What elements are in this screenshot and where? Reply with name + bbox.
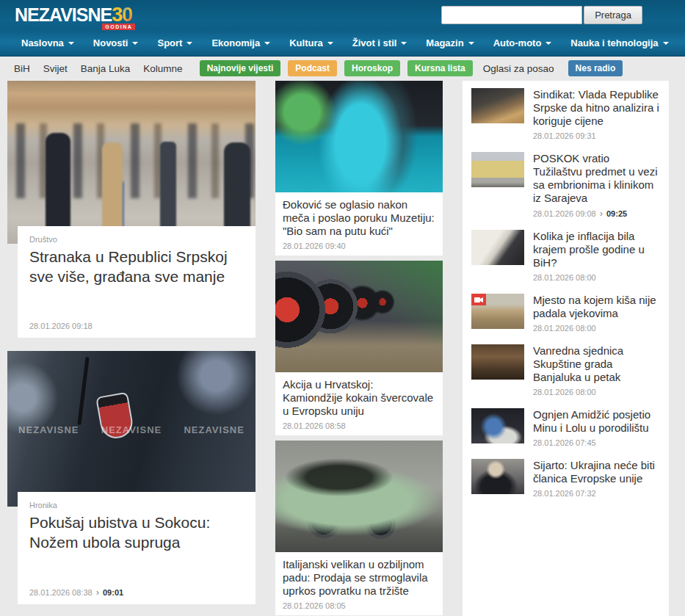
article-image-car[interactable] bbox=[275, 441, 443, 552]
header-top-bar: NEZAVISNE30 godina Pretraga bbox=[0, 0, 685, 29]
updated-chevron-icon bbox=[96, 587, 99, 597]
news-date: 28.01.2026 09:08 09:25 bbox=[533, 209, 660, 218]
nav-item-sport[interactable]: Sport bbox=[148, 29, 202, 56]
badge-najnovije-vijesti[interactable]: Najnovije vijesti bbox=[200, 60, 281, 76]
site-header: NEZAVISNE30 godina Pretraga Naslovna Nov… bbox=[0, 0, 685, 57]
news-updated-time: 09:25 bbox=[606, 209, 627, 218]
article-image-police[interactable]: NEZAVISNE NEZAVISNE NEZAVISNE bbox=[7, 351, 255, 507]
caret-down-icon bbox=[68, 42, 74, 45]
middle-article-3: Italijanski velikan u ozbiljnom padu: Pr… bbox=[275, 441, 443, 615]
article-title[interactable]: Stranaka u Republici Srpskoj sve više, g… bbox=[29, 247, 244, 286]
subnav-link-bih[interactable]: BiH bbox=[14, 63, 30, 74]
badge-kursna-lista[interactable]: Kursna lista bbox=[407, 60, 473, 76]
caret-down-icon bbox=[468, 42, 474, 45]
caret-down-icon bbox=[327, 42, 333, 45]
news-title[interactable]: Ognjen Amidžić posjetio Minu i Lolu u po… bbox=[533, 408, 660, 435]
logo-text: NEZAVISNE bbox=[15, 4, 112, 26]
news-list-item: Kolika je inflacija bila krajem prošle g… bbox=[471, 230, 660, 282]
news-date: 28.01.2026 07:32 bbox=[533, 489, 660, 498]
middle-article-2: Akcija u Hrvatskoj: Kamiondžije kokain š… bbox=[275, 261, 443, 435]
article-date: 28.01.2026 09:18 bbox=[29, 322, 244, 330]
article-title[interactable]: Akcija u Hrvatskoj: Kamiondžije kokain š… bbox=[283, 378, 435, 418]
main-navigation: Naslovna Novosti Sport Ekonomija Kultura… bbox=[0, 29, 685, 57]
article-text-box: Društvo Stranaka u Republici Srpskoj sve… bbox=[18, 226, 255, 338]
nav-item-pretraga[interactable]: Pretraga bbox=[678, 29, 685, 56]
news-thumbnail-politician[interactable] bbox=[471, 459, 524, 494]
subnav-link-kolumne[interactable]: Kolumne bbox=[143, 63, 182, 74]
article-date: 28.01.2026 08:05 bbox=[283, 601, 435, 610]
news-thumbnail-tv-studio[interactable] bbox=[471, 408, 524, 443]
news-list-item: Sindikat: Vlada Republike Srpske da hitn… bbox=[471, 88, 660, 140]
featured-article-1: Društvo Stranaka u Republici Srpskoj sve… bbox=[7, 81, 255, 338]
caret-down-icon bbox=[132, 42, 138, 45]
caret-down-icon bbox=[264, 42, 270, 45]
subnav-link-banja-luka[interactable]: Banja Luka bbox=[81, 63, 131, 74]
subnav-link-oglasi-za-posao[interactable]: Oglasi za posao bbox=[483, 63, 554, 74]
nav-item-novosti[interactable]: Novosti bbox=[84, 29, 148, 56]
news-list-item: POSKOK vratio Tužilaštvu predmet u vezi … bbox=[471, 152, 660, 218]
news-date: 28.01.2026 08:00 bbox=[533, 388, 660, 396]
news-title[interactable]: Mjesto na kojem kiša nije padala vjekovi… bbox=[533, 294, 660, 320]
article-title[interactable]: Italijanski velikan u ozbiljnom padu: Pr… bbox=[283, 558, 435, 598]
article-text-box: Đoković se oglasio nakon meča i poslao p… bbox=[275, 192, 443, 256]
article-text-box: Hronika Pokušaj ubistva u Sokocu: Nožem … bbox=[18, 492, 255, 604]
secondary-navigation: BiH Svijet Banja Luka Kolumne Najnovije … bbox=[0, 57, 685, 79]
news-title[interactable]: Sindikat: Vlada Republike Srpske da hitn… bbox=[533, 88, 660, 128]
news-list-item: Ognjen Amidžić posjetio Minu i Lolu u po… bbox=[471, 408, 660, 447]
news-title[interactable]: Vanredna sjednica Skupštine grada Banjal… bbox=[533, 344, 660, 384]
article-title[interactable]: Đoković se oglasio nakon meča i poslao p… bbox=[283, 198, 435, 238]
news-title[interactable]: POSKOK vratio Tužilaštvu predmet u vezi … bbox=[533, 152, 660, 205]
news-title[interactable]: Sijarto: Ukrajina neće biti članica Evro… bbox=[533, 459, 660, 485]
nav-item-ekonomija[interactable]: Ekonomija bbox=[202, 29, 280, 56]
article-category[interactable]: Hronika bbox=[29, 501, 244, 510]
nav-item-magazin[interactable]: Magazin bbox=[416, 29, 483, 56]
nav-item-auto-moto[interactable]: Auto-moto bbox=[484, 29, 562, 56]
article-date: 28.01.2026 08:38 09:01 bbox=[29, 587, 244, 597]
middle-article-1: Đoković se oglasio nakon meča i poslao p… bbox=[275, 81, 443, 256]
news-thumbnail-assembly-hall[interactable] bbox=[471, 344, 524, 380]
article-updated-time: 09:01 bbox=[103, 588, 123, 597]
article-category[interactable]: Društvo bbox=[29, 235, 244, 244]
subnav-link-svijet[interactable]: Svijet bbox=[43, 63, 68, 74]
search-button[interactable]: Pretraga bbox=[584, 6, 642, 24]
article-text-box: Akcija u Hrvatskoj: Kamiondžije kokain š… bbox=[275, 372, 443, 435]
news-thumbnail-bread[interactable] bbox=[471, 88, 524, 123]
news-list-item: Sijarto: Ukrajina neće biti članica Evro… bbox=[471, 459, 660, 498]
article-image-trucks[interactable] bbox=[275, 261, 443, 372]
nav-item-kultura[interactable]: Kultura bbox=[280, 29, 343, 56]
video-camera-icon bbox=[471, 294, 486, 305]
featured-article-2: NEZAVISNE NEZAVISNE NEZAVISNE Hronika Po… bbox=[7, 351, 255, 604]
logo-anniversary-label: godina bbox=[102, 23, 135, 30]
news-date: 28.01.2026 08:00 bbox=[533, 273, 660, 282]
middle-column: Đoković se oglasio nakon meča i poslao p… bbox=[275, 81, 443, 615]
site-logo[interactable]: NEZAVISNE30 godina bbox=[15, 4, 132, 26]
article-text-box: Italijanski velikan u ozbiljnom padu: Pr… bbox=[275, 552, 443, 615]
article-image-street-scene[interactable] bbox=[7, 81, 255, 244]
news-thumbnail-desert[interactable] bbox=[471, 294, 524, 329]
featured-column: Društvo Stranaka u Republici Srpskoj sve… bbox=[7, 81, 255, 604]
nav-item-naslovna[interactable]: Naslovna bbox=[12, 29, 84, 56]
photo-watermark: NEZAVISNE NEZAVISNE NEZAVISNE bbox=[7, 424, 255, 435]
nav-item-zivot-i-stil[interactable]: Život i stil bbox=[343, 29, 417, 56]
caret-down-icon bbox=[663, 42, 669, 45]
article-title[interactable]: Pokušaj ubistva u Sokocu: Nožem ubola su… bbox=[29, 513, 244, 552]
caret-down-icon bbox=[186, 42, 192, 45]
caret-down-icon bbox=[401, 42, 407, 45]
updated-chevron-icon bbox=[600, 209, 603, 218]
latest-news-panel: Sindikat: Vlada Republike Srpske da hitn… bbox=[463, 81, 669, 616]
news-list-item: Mjesto na kojem kiša nije padala vjekovi… bbox=[471, 294, 660, 333]
news-thumbnail-calculator[interactable] bbox=[471, 230, 524, 265]
badge-podcast[interactable]: Podcast bbox=[288, 60, 337, 76]
news-title[interactable]: Kolika je inflacija bila krajem prošle g… bbox=[533, 230, 660, 269]
article-image-tennis[interactable] bbox=[275, 81, 443, 192]
caret-down-icon bbox=[546, 42, 551, 45]
badge-nes-radio[interactable]: Nes radio bbox=[568, 60, 623, 76]
nav-item-nauka-i-tehnologija[interactable]: Nauka i tehnologija bbox=[561, 29, 678, 56]
article-date: 28.01.2026 08:58 bbox=[283, 421, 435, 430]
main-content: Društvo Stranaka u Republici Srpskoj sve… bbox=[7, 81, 685, 616]
news-date: 28.01.2026 07:45 bbox=[533, 438, 660, 447]
news-thumbnail-building[interactable] bbox=[471, 152, 524, 187]
news-date: 28.01.2026 08:00 bbox=[533, 324, 660, 333]
badge-horoskop[interactable]: Horoskop bbox=[344, 60, 400, 76]
search-input[interactable] bbox=[441, 6, 582, 24]
